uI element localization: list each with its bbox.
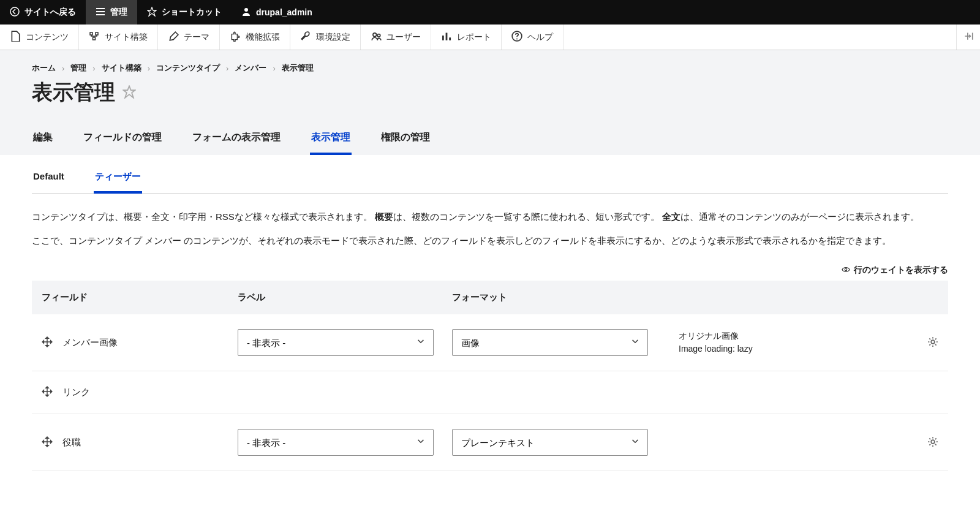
desc-1d: 全文 [662, 211, 680, 222]
weights-label: 行のウェイトを表示する [854, 265, 948, 276]
manage-toggle[interactable]: 管理 [86, 0, 137, 25]
breadcrumb-link[interactable]: 管理 [70, 62, 86, 74]
desc-1e: は、通常そのコンテンツのみが一ページに表示されます。 [680, 211, 919, 222]
structure-icon [89, 31, 100, 44]
toolbar-content[interactable]: コンテンツ [0, 25, 79, 50]
label-select[interactable]: - 非表示 - [238, 329, 434, 356]
primary-tab[interactable]: 権限の管理 [380, 125, 431, 155]
breadcrumb-sep: › [226, 64, 228, 73]
eye-icon [842, 265, 850, 276]
toolbar-help[interactable]: ヘルプ [502, 25, 564, 50]
table-row: 役職- 非表示 -プレーンテキスト [32, 414, 948, 471]
region-header: ホーム›管理›サイト構築›コンテンツタイプ›メンバー›表示管理 表示管理 編集フ… [0, 50, 980, 155]
wrench-icon [300, 31, 311, 44]
help-icon [511, 31, 522, 44]
admin-topbar: サイトへ戻る 管理 ショートカット drupal_admin [0, 0, 980, 25]
col-field: フィールド [42, 292, 238, 303]
primary-tab[interactable]: 表示管理 [310, 125, 352, 155]
field-name: メンバー画像 [62, 337, 118, 349]
toolbar-structure[interactable]: サイト構築 [79, 25, 158, 50]
settings-button[interactable] [902, 336, 938, 349]
drag-handle[interactable] [42, 436, 53, 449]
toolbar-people[interactable]: ユーザー [361, 25, 431, 50]
primary-tab[interactable]: フォームの表示管理 [191, 125, 282, 155]
breadcrumb: ホーム›管理›サイト構築›コンテンツタイプ›メンバー›表示管理 [32, 62, 948, 74]
toolbar-appearance[interactable]: テーマ [158, 25, 220, 50]
toolbar-appearance-label: テーマ [184, 32, 209, 43]
primary-tabs: 編集フィールドの管理フォームの表示管理表示管理権限の管理 [32, 125, 948, 155]
format-select[interactable]: 画像 [452, 329, 648, 356]
user-label: drupal_admin [256, 7, 312, 17]
toolbar-reports-label: レポート [457, 32, 491, 43]
breadcrumb-link[interactable]: コンテンツタイプ [156, 62, 220, 74]
back-icon [10, 7, 20, 18]
format-summary: オリジナル画像Image loading: lazy [679, 330, 902, 355]
toolbar-collapse[interactable] [956, 25, 980, 50]
drag-handle[interactable] [42, 336, 53, 349]
secondary-tab[interactable]: Default [32, 164, 66, 194]
toolbar-config[interactable]: 環境設定 [290, 25, 361, 50]
breadcrumb-sep: › [148, 64, 150, 73]
field-name: 役職 [62, 437, 81, 449]
report-icon [441, 31, 452, 44]
label-select[interactable]: - 非表示 - [238, 429, 434, 456]
people-icon [371, 31, 382, 44]
user-menu[interactable]: drupal_admin [232, 0, 322, 25]
toolbar-structure-label: サイト構築 [105, 32, 148, 43]
desc-1a: コンテンツタイプは、概要・全文・印字用・RSSなど様々な様式で表示されます。 [32, 211, 372, 222]
secondary-tabs: Defaultティーザー [32, 164, 948, 194]
table-row: メンバー画像- 非表示 -画像オリジナル画像Image loading: laz… [32, 314, 948, 371]
admin-toolbar: コンテンツ サイト構築 テーマ 機能拡張 環境設定 ユーザー レポート ヘルプ [0, 25, 980, 50]
user-icon [241, 7, 251, 18]
toolbar-extend-label: 機能拡張 [246, 32, 280, 43]
breadcrumb-sep: › [62, 64, 64, 73]
puzzle-icon [230, 31, 241, 44]
toolbar-people-label: ユーザー [386, 32, 421, 43]
toolbar-reports[interactable]: レポート [431, 25, 502, 50]
shortcuts-label: ショートカット [162, 7, 222, 18]
content: Defaultティーザー コンテンツタイプは、概要・全文・印字用・RSSなど様々… [0, 164, 980, 471]
show-row-weights-link[interactable]: 行のウェイトを表示する [842, 265, 948, 276]
secondary-tab[interactable]: ティーザー [94, 164, 142, 194]
add-shortcut-button[interactable] [123, 85, 136, 100]
primary-tab[interactable]: 編集 [32, 125, 54, 155]
toolbar-content-label: コンテンツ [26, 32, 69, 43]
field-display-table: フィールド ラベル フォーマット メンバー画像- 非表示 -画像オリジナル画像I… [32, 281, 948, 471]
toolbar-config-label: 環境設定 [316, 32, 350, 43]
field-name: リンク [62, 387, 90, 398]
back-to-site[interactable]: サイトへ戻る [0, 0, 86, 25]
star-icon [147, 7, 157, 18]
breadcrumb-link: 表示管理 [282, 62, 314, 74]
breadcrumb-link[interactable]: メンバー [235, 62, 266, 74]
settings-button[interactable] [902, 436, 938, 449]
toolbar-extend[interactable]: 機能拡張 [220, 25, 290, 50]
file-icon [10, 31, 21, 44]
primary-tab[interactable]: フィールドの管理 [82, 125, 163, 155]
shortcuts-toggle[interactable]: ショートカット [137, 0, 232, 25]
col-format: フォーマット [452, 292, 679, 303]
back-label: サイトへ戻る [24, 7, 76, 18]
toolbar-help-label: ヘルプ [527, 32, 553, 43]
breadcrumb-link[interactable]: サイト構築 [102, 62, 141, 74]
col-label: ラベル [238, 292, 452, 303]
collapse-icon [963, 31, 974, 44]
breadcrumb-link[interactable]: ホーム [32, 62, 56, 74]
breadcrumb-sep: › [92, 64, 95, 73]
drag-handle[interactable] [42, 386, 53, 399]
desc-2: ここで、コンテンツタイプ メンバー のコンテンツが、それぞれの表示モードで表示さ… [32, 232, 948, 249]
table-header: フィールド ラベル フォーマット [32, 281, 948, 314]
menu-icon [96, 7, 105, 18]
format-select[interactable]: プレーンテキスト [452, 429, 648, 456]
description: コンテンツタイプは、概要・全文・印字用・RSSなど様々な様式で表示されます。 概… [32, 208, 948, 249]
desc-1c: は、複数のコンテンツを一覧する際に使われる、短い形式です。 [393, 211, 660, 222]
page-title: 表示管理 [32, 78, 115, 107]
table-row: リンク [32, 371, 948, 414]
desc-1b: 概要 [375, 211, 393, 222]
manage-label: 管理 [110, 7, 127, 18]
breadcrumb-sep: › [273, 64, 275, 73]
weights-toggle: 行のウェイトを表示する [32, 265, 948, 276]
brush-icon [168, 31, 179, 44]
